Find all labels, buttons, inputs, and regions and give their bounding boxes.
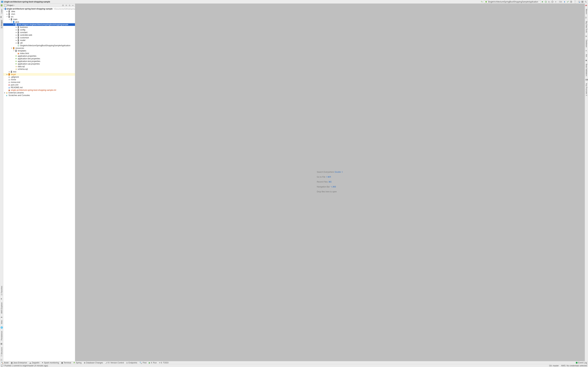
select-opened-icon[interactable] <box>62 4 64 7</box>
tree-node-app-props[interactable]: ☘application.properties <box>3 55 75 57</box>
tree-node-iml[interactable]: ▣single-architecture-spring-boot-shoppin… <box>3 89 75 92</box>
debug-icon[interactable] <box>545 0 547 3</box>
bt-terminal[interactable]: ▣Terminal <box>61 362 71 364</box>
maven-icon[interactable]: m <box>585 4 588 7</box>
chevron-down-icon[interactable]: ▾ <box>14 5 15 6</box>
search-icon[interactable] <box>584 0 587 3</box>
left-tab-learn[interactable]: Learn <box>1 8 3 14</box>
git-update-icon[interactable] <box>563 0 566 3</box>
tree-node-app-class[interactable]: ⒸSingleArchitectureSpringBootShoppingSam… <box>3 44 75 47</box>
tree-node-test[interactable]: ▶▉test <box>3 70 75 73</box>
project-view-icon[interactable] <box>4 4 7 7</box>
run-configuration-selector[interactable]: SingleArchitectureSpringBootShoppingSamp… <box>484 0 541 3</box>
git-commit-icon[interactable] <box>567 0 569 3</box>
tree-node-readme[interactable]: ▥README.md <box>3 86 75 89</box>
tree-node-app-test-props[interactable]: ☘application-test.properties <box>3 60 75 63</box>
right-tab-maven[interactable]: Maven <box>586 8 588 15</box>
left-tab-project[interactable]: 1: Project <box>1 20 3 28</box>
bt-spring[interactable]: ☘Spring <box>73 362 82 364</box>
left-tab-persistence[interactable]: Persistence <box>1 330 3 341</box>
code-with-me-icon[interactable] <box>578 0 580 3</box>
ide-settings-icon[interactable] <box>581 0 584 3</box>
hide-icon[interactable] <box>72 4 74 7</box>
structure-icon[interactable]: ☷ <box>0 359 3 361</box>
tree-node-java[interactable]: ▼▉java <box>3 21 75 23</box>
bt-vcs[interactable]: ⎇9: Version Control <box>105 362 124 364</box>
status-notification-icon[interactable]: 💬 <box>1 365 3 367</box>
tree-node-src[interactable]: ▼▉src <box>3 15 75 18</box>
status-git[interactable]: Git: master <box>549 365 559 367</box>
tree-node-gitignore[interactable]: ▤.gitignore <box>3 76 75 78</box>
gear-icon[interactable] <box>69 4 71 7</box>
tree-node-util[interactable]: ▶▉util <box>3 42 75 44</box>
right-tab-bean-validation[interactable]: Bean Validation <box>586 63 588 77</box>
breadcrumb-project[interactable]: single-architecture-spring-boot-shopping… <box>4 1 50 3</box>
status-aws[interactable]: AWS: No credentials selected <box>561 365 587 367</box>
left-tab-aws[interactable]: AWS Explorer <box>1 302 3 314</box>
revert-icon[interactable] <box>573 0 576 3</box>
bt-zeppelin[interactable]: ☁Zeppelin <box>29 362 39 364</box>
tree-node-scratches[interactable]: ◐Scratches and Consoles <box>3 94 75 97</box>
persistence-icon[interactable]: ▦ <box>0 342 3 345</box>
ant-icon[interactable]: ✳ <box>585 50 588 52</box>
tree-node-config[interactable]: ▶▉config <box>3 28 75 31</box>
bt-java-enterprise[interactable]: ▦Java Enterprise <box>11 362 27 364</box>
tree-node-controller-web[interactable]: ▶▉controller.web <box>3 34 75 36</box>
tree-node-app-dev-props[interactable]: ☘application-dev.properties <box>3 57 75 60</box>
tree-node-schema-sql[interactable]: ≣schema.sql <box>3 68 75 70</box>
build-icon[interactable] <box>481 0 483 3</box>
right-tab-ant[interactable]: Ant <box>586 54 588 58</box>
tree-node-constant[interactable]: ▶▉constant <box>3 31 75 34</box>
tree-node-business[interactable]: ▶▉business <box>3 26 75 28</box>
stop-icon[interactable] <box>554 0 557 3</box>
bt-endpoints[interactable]: ◎Endpoints <box>126 362 137 364</box>
expand-all-icon[interactable] <box>65 4 68 7</box>
tree-node-model[interactable]: ▶▉model <box>3 39 75 42</box>
bt-todo[interactable]: ≡6: TODO <box>159 362 169 364</box>
tree-node-app-uat-props[interactable]: ☘application-uat.properties <box>3 63 75 65</box>
tree-node-customize[interactable]: ▶▉customize <box>3 36 75 39</box>
left-tab-web[interactable]: Web <box>1 320 3 325</box>
editor-area[interactable]: Search EverywhereDouble ⇧ Go to File⇧⌘R … <box>75 4 585 361</box>
left-tab-structure[interactable]: 7: Structure <box>1 347 3 357</box>
tree-node-main[interactable]: ▼▉main <box>3 18 75 21</box>
tree-node-root[interactable]: ▼▉single-architecture-spring-boot-shoppi… <box>3 8 75 10</box>
big-data-icon[interactable]: D <box>585 17 588 19</box>
tree-node-pom-xml[interactable]: mpom.xml <box>3 83 75 86</box>
left-tab-favorites[interactable]: 2: Favorites <box>1 285 3 296</box>
web-icon[interactable]: 🌐 <box>0 326 3 329</box>
aws-icon[interactable]: ☁ <box>0 316 3 318</box>
bt-build[interactable]: 🔨Build <box>1 362 9 364</box>
tree-node-templates[interactable]: ▼▉templates <box>3 50 75 52</box>
right-tab-key-promoter[interactable]: Key Promoter X <box>586 83 588 97</box>
tree-node-mvn[interactable]: ▶▉.mvn <box>3 13 75 15</box>
star-icon[interactable]: ★ <box>0 298 3 300</box>
coverage-icon[interactable] <box>548 0 550 3</box>
tree-node-resources[interactable]: ▼▉resources <box>3 47 75 50</box>
project-title[interactable]: Project <box>7 4 13 7</box>
learn-icon[interactable]: 📗 <box>0 4 3 7</box>
project-tab-icon[interactable]: ▮ <box>0 16 3 18</box>
key-promoter-icon[interactable]: ⌨ <box>585 79 588 81</box>
bt-spark[interactable]: ✦Spark monitoring <box>42 362 59 364</box>
tree-node-data-sql[interactable]: ≣data.sql <box>3 65 75 68</box>
database-icon[interactable]: ≣ <box>585 35 588 37</box>
project-tree[interactable]: ▼▉single-architecture-spring-boot-shoppi… <box>3 7 75 361</box>
bt-event-log[interactable]: Event Log <box>576 362 587 364</box>
tree-node-idea[interactable]: ▶▉.idea <box>3 10 75 13</box>
tree-node-external-libraries[interactable]: ▶▮External Libraries <box>3 92 75 94</box>
tree-node-index-html[interactable]: ▩index.html <box>3 52 75 55</box>
right-tab-database[interactable]: Database <box>586 39 588 48</box>
run-icon[interactable] <box>541 0 544 3</box>
tree-node-target[interactable]: ▶▉target <box>3 73 75 76</box>
bt-find[interactable]: 🔍Find <box>139 362 146 364</box>
right-tab-big-data[interactable]: Big Data Tools <box>586 20 588 33</box>
bean-validation-icon[interactable]: ◉ <box>585 59 588 61</box>
profiler-icon[interactable] <box>551 0 554 3</box>
tree-node-mvnw-cmd[interactable]: ▤mvnw.cmd <box>3 81 75 83</box>
history-icon[interactable] <box>570 0 572 3</box>
bt-db-changes[interactable]: ≣Database Changes <box>84 362 103 364</box>
tree-node-mvnw[interactable]: ▤mvnw <box>3 78 75 81</box>
tree-node-package-selected[interactable]: ▼▉com.xingyun.singlearchitecturespringbo… <box>3 23 75 26</box>
bt-run[interactable]: ▶4: Run <box>149 362 157 364</box>
